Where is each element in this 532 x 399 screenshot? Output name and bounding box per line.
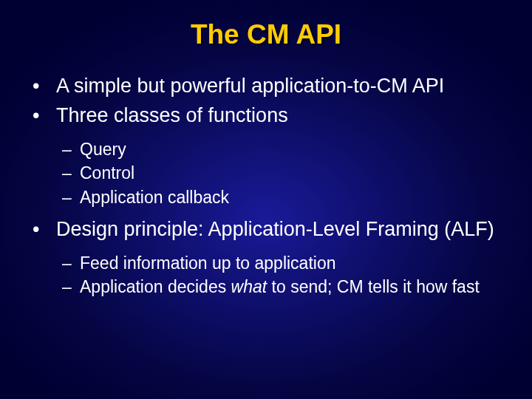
bullet-text: Application decides what to send; CM tel…: [80, 276, 499, 298]
bullet-marker: –: [62, 139, 80, 160]
bullet-marker: –: [62, 187, 80, 208]
bullet-level2: – Application callback: [62, 187, 499, 208]
bullet-text: A simple but powerful application-to-CM …: [56, 74, 499, 99]
bullet-marker: –: [62, 253, 80, 274]
bullet-text: Query: [80, 139, 499, 160]
bullet-level2: – Query: [62, 139, 499, 160]
slide-title: The CM API: [0, 19, 532, 50]
bullet-marker: •: [33, 103, 56, 129]
bullet-level1: • Design principle: Application-Level Fr…: [33, 217, 499, 242]
bullet-text: Feed information up to application: [80, 253, 499, 274]
bullet-text: Control: [80, 163, 499, 184]
text-run-italic: what: [231, 277, 267, 296]
bullet-level1: • A simple but powerful application-to-C…: [33, 74, 499, 99]
bullet-marker: –: [62, 163, 80, 184]
bullet-text: Design principle: Application-Level Fram…: [56, 217, 499, 242]
text-run: Application decides: [80, 277, 231, 296]
bullet-text: Application callback: [80, 187, 499, 208]
bullet-level2: – Application decides what to send; CM t…: [62, 276, 499, 298]
bullet-level2: – Control: [62, 163, 499, 184]
slide-body: • A simple but powerful application-to-C…: [33, 74, 499, 301]
slide: The CM API • A simple but powerful appli…: [0, 0, 532, 399]
text-run: to send; CM tells it how fast: [267, 277, 480, 296]
bullet-marker: •: [33, 217, 56, 242]
bullet-text: Three classes of functions: [56, 103, 499, 129]
bullet-level2: – Feed information up to application: [62, 253, 499, 274]
bullet-level1: • Three classes of functions: [33, 103, 499, 129]
bullet-marker: •: [33, 74, 56, 99]
bullet-marker: –: [62, 276, 80, 298]
